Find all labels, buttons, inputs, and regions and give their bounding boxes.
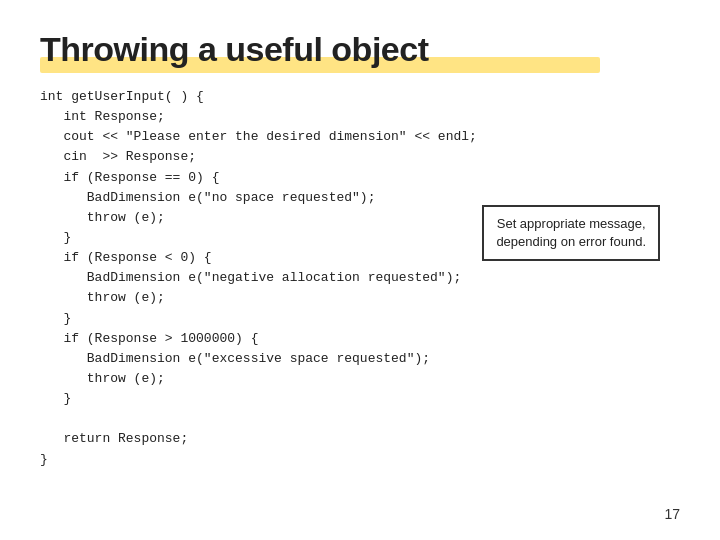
code-line-14: BadDimension e("excessive space requeste…: [40, 349, 680, 369]
code-line-2: int Response;: [40, 107, 680, 127]
page-number: 17: [664, 506, 680, 522]
code-line-11: throw (e);: [40, 288, 680, 308]
code-line-5: if (Response == 0) {: [40, 168, 680, 188]
code-line-10: BadDimension e("negative allocation requ…: [40, 268, 680, 288]
code-line-3: cout << "Please enter the desired dimens…: [40, 127, 680, 147]
code-line-16: }: [40, 389, 680, 409]
code-line-12: }: [40, 309, 680, 329]
code-line-13: if (Response > 1000000) {: [40, 329, 680, 349]
code-block: int getUserInput( ) { int Response; cout…: [40, 87, 680, 470]
annotation-box: Set appropriate message, depending on er…: [482, 205, 660, 261]
title-area: Throwing a useful object: [40, 30, 680, 69]
code-line-15: throw (e);: [40, 369, 680, 389]
code-line-17: [40, 409, 680, 429]
code-line-18: return Response;: [40, 429, 680, 449]
annotation-line1: Set appropriate message,: [497, 216, 646, 231]
code-line-1: int getUserInput( ) {: [40, 87, 680, 107]
code-line-4: cin >> Response;: [40, 147, 680, 167]
slide-title: Throwing a useful object: [40, 30, 680, 69]
code-line-19: }: [40, 450, 680, 470]
annotation-line2: depending on error found.: [496, 234, 646, 249]
slide: Throwing a useful object int getUserInpu…: [0, 0, 720, 540]
